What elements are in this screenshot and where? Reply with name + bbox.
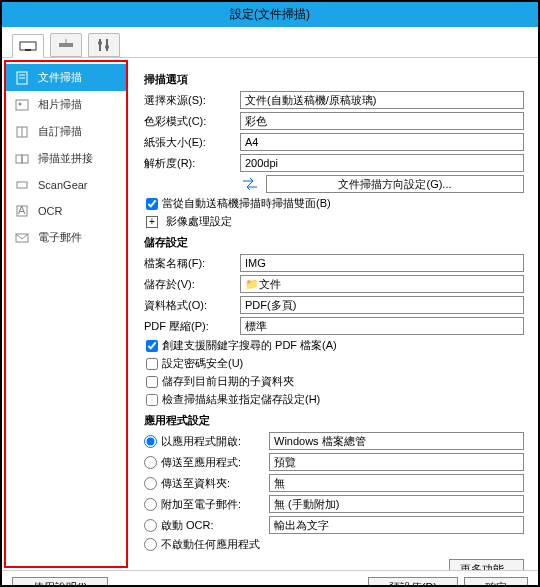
review-checkbox[interactable] xyxy=(146,394,158,406)
tab-scanner[interactable] xyxy=(50,33,82,57)
subfolder-label: 儲存到目前日期的子資料夾 xyxy=(162,374,294,389)
start-ocr-label: 啟動 OCR: xyxy=(161,518,269,533)
no-app-label: 不啟動任何應用程式 xyxy=(161,537,260,552)
sidebar-label: 文件掃描 xyxy=(38,70,82,85)
svg-rect-11 xyxy=(16,100,28,110)
format-label: 資料格式(O): xyxy=(144,298,240,313)
ok-button[interactable]: 確定 xyxy=(464,577,528,587)
attach-email-label: 附加至電子郵件: xyxy=(161,497,269,512)
svg-text:A: A xyxy=(18,204,26,216)
swap-icon[interactable] xyxy=(240,176,260,192)
document-icon xyxy=(14,71,30,85)
save-section-title: 儲存設定 xyxy=(144,235,524,250)
orientation-button[interactable]: 文件掃描方向設定(G)... xyxy=(266,175,524,193)
send-app-radio[interactable] xyxy=(144,456,157,469)
duplex-label: 當從自動送稿機掃描時掃描雙面(B) xyxy=(162,196,331,211)
attach-email-select[interactable]: 無 (手動附加) xyxy=(269,495,524,513)
pdf-keyword-checkbox[interactable] xyxy=(146,340,158,352)
content-panel: 掃描選項 選擇來源(S):文件(自動送稿機/原稿玻璃) 色彩模式(C):彩色 紙… xyxy=(130,58,538,570)
more-button[interactable]: 更多功能... xyxy=(449,559,524,570)
send-app-select[interactable]: 預覽 xyxy=(269,453,524,471)
resolution-label: 解析度(R): xyxy=(144,156,240,171)
start-ocr-radio[interactable] xyxy=(144,519,157,532)
filename-label: 檔案名稱(F): xyxy=(144,256,240,271)
sidebar-item-scangear[interactable]: ScanGear xyxy=(6,172,126,198)
custom-icon xyxy=(14,125,30,139)
duplex-checkbox[interactable] xyxy=(146,198,158,210)
color-select[interactable]: 彩色 xyxy=(240,112,524,130)
send-folder-select[interactable]: 無 xyxy=(269,474,524,492)
open-app-radio[interactable] xyxy=(144,435,157,448)
compress-select[interactable]: 標準 xyxy=(240,317,524,335)
start-ocr-select[interactable]: 輸出為文字 xyxy=(269,516,524,534)
attach-email-radio[interactable] xyxy=(144,498,157,511)
location-select[interactable]: 📁文件 xyxy=(240,275,524,293)
pdf-keyword-label: 創建支援關鍵字搜尋的 PDF 檔案(A) xyxy=(162,338,337,353)
photo-icon xyxy=(14,98,30,112)
paper-select[interactable]: A4 xyxy=(240,133,524,151)
svg-point-7 xyxy=(105,45,109,49)
footer: 使用說明(I) 預設值(D) 確定 xyxy=(2,570,538,587)
password-label: 設定密碼安全(U) xyxy=(162,356,243,371)
subfolder-checkbox[interactable] xyxy=(146,376,158,388)
filename-select[interactable]: IMG xyxy=(240,254,524,272)
svg-rect-2 xyxy=(59,43,73,47)
expand-icon[interactable]: + xyxy=(146,216,158,228)
password-checkbox[interactable] xyxy=(146,358,158,370)
svg-rect-16 xyxy=(22,155,28,163)
format-select[interactable]: PDF(多頁) xyxy=(240,296,524,314)
location-label: 儲存於(V): xyxy=(144,277,240,292)
compress-label: PDF 壓縮(P): xyxy=(144,319,240,334)
tab-device[interactable] xyxy=(12,34,44,58)
send-folder-radio[interactable] xyxy=(144,477,157,490)
top-tabs xyxy=(2,27,538,58)
send-app-label: 傳送至應用程式: xyxy=(161,455,269,470)
sidebar-item-ocr[interactable]: AOCR xyxy=(6,198,126,224)
sidebar-item-photo[interactable]: 相片掃描 xyxy=(6,91,126,118)
app-section-title: 應用程式設定 xyxy=(144,413,524,428)
sidebar-item-email[interactable]: 電子郵件 xyxy=(6,224,126,251)
sidebar-label: 掃描並拼接 xyxy=(38,151,93,166)
tab-tools[interactable] xyxy=(88,33,120,57)
svg-rect-0 xyxy=(20,42,36,50)
sidebar-item-stitch[interactable]: 掃描並拼接 xyxy=(6,145,126,172)
open-app-select[interactable]: Windows 檔案總管 xyxy=(269,432,524,450)
sidebar-label: 電子郵件 xyxy=(38,230,82,245)
resolution-select[interactable]: 200dpi xyxy=(240,154,524,172)
ocr-icon: A xyxy=(14,204,30,218)
scangear-icon xyxy=(14,178,30,192)
image-processing-label: 影像處理設定 xyxy=(166,214,232,229)
open-app-label: 以應用程式開啟: xyxy=(161,434,269,449)
sidebar-label: ScanGear xyxy=(38,179,88,191)
paper-label: 紙張大小(E): xyxy=(144,135,240,150)
send-folder-label: 傳送至資料夾: xyxy=(161,476,269,491)
svg-rect-17 xyxy=(17,182,27,188)
svg-point-6 xyxy=(98,41,102,45)
sidebar-label: 相片掃描 xyxy=(38,97,82,112)
defaults-button[interactable]: 預設值(D) xyxy=(368,577,458,587)
source-select[interactable]: 文件(自動送稿機/原稿玻璃) xyxy=(240,91,524,109)
sidebar: 文件掃描 相片掃描 自訂掃描 掃描並拼接 ScanGear AOCR 電子郵件 xyxy=(4,60,128,568)
source-label: 選擇來源(S): xyxy=(144,93,240,108)
email-icon xyxy=(14,231,30,245)
svg-rect-1 xyxy=(25,49,31,51)
sidebar-label: OCR xyxy=(38,205,62,217)
help-button[interactable]: 使用說明(I) xyxy=(12,577,108,587)
sidebar-item-document[interactable]: 文件掃描 xyxy=(6,64,126,91)
svg-rect-15 xyxy=(16,155,22,163)
sidebar-item-custom[interactable]: 自訂掃描 xyxy=(6,118,126,145)
stitch-icon xyxy=(14,152,30,166)
window-title: 設定(文件掃描) xyxy=(2,2,538,27)
review-label: 檢查掃描結果並指定儲存設定(H) xyxy=(162,392,320,407)
no-app-radio[interactable] xyxy=(144,538,157,551)
color-label: 色彩模式(C): xyxy=(144,114,240,129)
svg-point-12 xyxy=(19,102,22,105)
scan-section-title: 掃描選項 xyxy=(144,72,524,87)
sidebar-label: 自訂掃描 xyxy=(38,124,82,139)
